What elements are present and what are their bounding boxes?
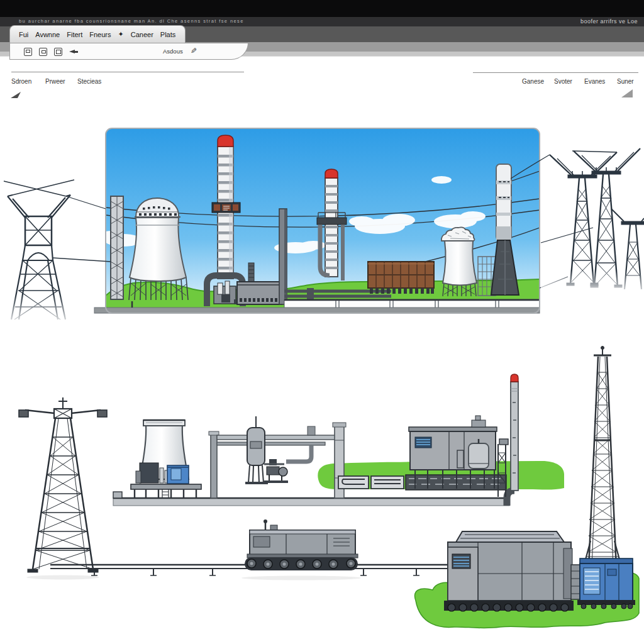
tower-shell (130, 218, 186, 281)
flue-elbow (507, 491, 514, 506)
chimney-red-cap (218, 135, 233, 147)
bottom-diagram (19, 397, 639, 628)
lattice-column (111, 196, 123, 299)
main-illustration (99, 128, 540, 313)
flue-red-cap (511, 374, 518, 382)
blue-cabin (167, 465, 189, 484)
chimney-sign (212, 203, 240, 213)
crawler-vehicle (242, 519, 361, 580)
baseline-bar (113, 498, 509, 506)
pump-skid (264, 459, 288, 483)
flue-stack (511, 374, 518, 491)
generator-building (444, 531, 574, 611)
illustration-canvas (0, 0, 644, 644)
tower-platform (131, 484, 201, 489)
tower-b (574, 148, 640, 287)
chimney-platform (317, 218, 347, 225)
cooling-tower-diagram (131, 420, 201, 498)
center-chimney-red-cap (325, 169, 338, 178)
module-tank (469, 439, 489, 469)
generator-unit-blue (577, 558, 635, 609)
derrick-tower (579, 347, 626, 573)
bottom-pylon (19, 397, 107, 580)
pipe-trays (338, 475, 506, 490)
road-bar (94, 308, 540, 313)
vessel (245, 416, 268, 484)
tower-base-block (140, 463, 158, 483)
